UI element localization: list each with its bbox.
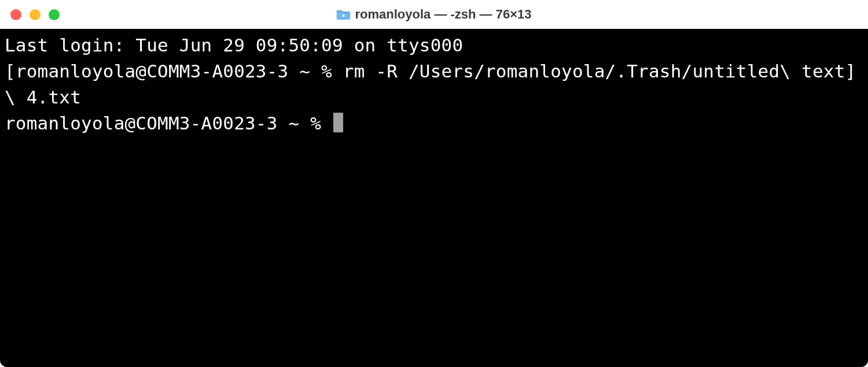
terminal-cursor xyxy=(333,113,343,132)
terminal-line: \ 4.txt xyxy=(5,84,863,110)
terminal-line: Last login: Tue Jun 29 09:50:09 on ttys0… xyxy=(5,32,863,58)
svg-rect-0 xyxy=(342,14,344,17)
window-titlebar[interactable]: romanloyola — -zsh — 76×13 xyxy=(0,0,868,29)
zoom-button[interactable] xyxy=(49,9,60,20)
terminal-prompt: romanloyola@COMM3-A0023-3 ~ % xyxy=(5,113,332,134)
minimize-button[interactable] xyxy=(30,9,41,20)
window-title: romanloyola — -zsh — 76×13 xyxy=(336,7,531,22)
window-controls xyxy=(10,9,60,20)
terminal-prompt-line: romanloyola@COMM3-A0023-3 ~ % xyxy=(5,110,863,136)
window-title-text: romanloyola — -zsh — 76×13 xyxy=(355,7,531,22)
terminal-line: [romanloyola@COMM3-A0023-3 ~ % rm -R /Us… xyxy=(5,58,863,84)
terminal-content[interactable]: Last login: Tue Jun 29 09:50:09 on ttys0… xyxy=(0,29,868,367)
folder-icon xyxy=(336,9,350,20)
terminal-window: romanloyola — -zsh — 76×13 Last login: T… xyxy=(0,0,868,367)
close-button[interactable] xyxy=(10,9,21,20)
